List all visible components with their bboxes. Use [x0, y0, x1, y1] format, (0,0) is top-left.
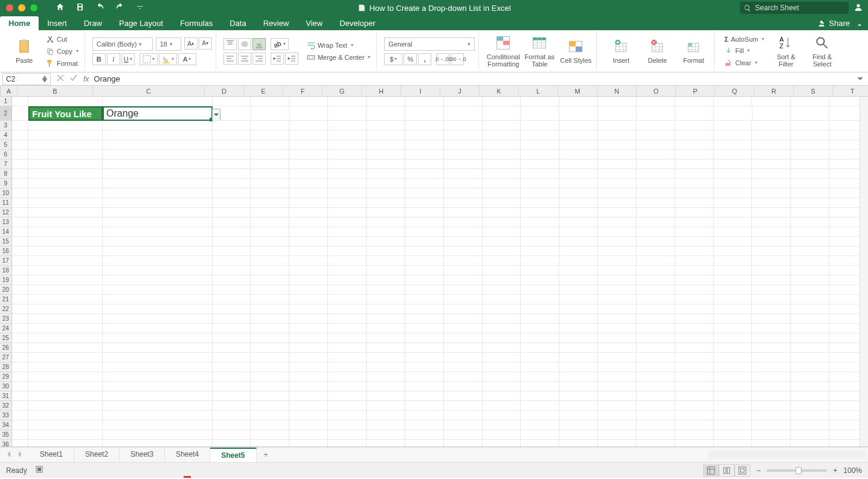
- cell-E11[interactable]: [251, 198, 289, 208]
- cell-Q12[interactable]: [714, 208, 753, 217]
- cell-C30[interactable]: [103, 382, 213, 391]
- cell-M33[interactable]: [559, 411, 598, 420]
- cell-B30[interactable]: [28, 382, 103, 391]
- cell-M16[interactable]: [559, 246, 598, 256]
- cell-C17[interactable]: [103, 256, 213, 266]
- cell-N7[interactable]: [598, 159, 637, 169]
- cell-K35[interactable]: [483, 430, 521, 440]
- cell-P17[interactable]: [675, 256, 714, 266]
- cell-S26[interactable]: [791, 343, 829, 353]
- cell-E15[interactable]: [251, 237, 289, 246]
- number-format-select[interactable]: General▾: [384, 37, 475, 51]
- cell-G14[interactable]: [328, 227, 367, 237]
- cell-B26[interactable]: [28, 343, 103, 353]
- qat-more-icon[interactable]: [135, 2, 144, 13]
- cell-S31[interactable]: [791, 391, 829, 401]
- row-header-34[interactable]: 34: [0, 420, 12, 430]
- cell-P34[interactable]: [675, 420, 714, 430]
- cell-K16[interactable]: [483, 246, 521, 256]
- cell-Q6[interactable]: [714, 150, 753, 159]
- cell-A22[interactable]: [12, 304, 29, 314]
- row-header-18[interactable]: 18: [0, 266, 12, 275]
- row-header-2[interactable]: 2: [0, 106, 12, 121]
- increase-indent-button[interactable]: [285, 53, 298, 65]
- cell-R22[interactable]: [752, 304, 791, 314]
- clear-button[interactable]: Clear▾: [722, 57, 767, 68]
- cell-M25[interactable]: [559, 333, 598, 343]
- cell-I30[interactable]: [405, 382, 444, 391]
- cell-J12[interactable]: [444, 208, 483, 217]
- cell-D8[interactable]: [213, 169, 251, 179]
- cell-L20[interactable]: [521, 285, 559, 295]
- cell-R2[interactable]: [753, 106, 791, 121]
- cell-D10[interactable]: [213, 188, 251, 198]
- search-input[interactable]: [755, 4, 834, 12]
- cell-R4[interactable]: [752, 130, 791, 140]
- cell-J9[interactable]: [444, 179, 483, 188]
- cell-B2[interactable]: Fruit You Like: [28, 106, 103, 121]
- cell-R20[interactable]: [752, 285, 791, 295]
- row-header-3[interactable]: 3: [0, 121, 12, 130]
- cell-E33[interactable]: [251, 411, 289, 420]
- cell-E10[interactable]: [251, 188, 289, 198]
- tab-formulas[interactable]: Formulas: [172, 16, 221, 30]
- align-center-button[interactable]: [238, 53, 251, 65]
- cell-M10[interactable]: [559, 188, 598, 198]
- row-header-21[interactable]: 21: [0, 295, 12, 304]
- cut-button[interactable]: Cut: [43, 34, 81, 45]
- cell-C22[interactable]: [103, 304, 213, 314]
- cell-L32[interactable]: [521, 401, 559, 411]
- cell-P30[interactable]: [675, 382, 714, 391]
- cell-B23[interactable]: [28, 314, 103, 324]
- col-header-L[interactable]: L: [519, 86, 558, 96]
- cell-Q4[interactable]: [714, 130, 753, 140]
- cell-O30[interactable]: [637, 382, 675, 391]
- cell-G19[interactable]: [328, 275, 367, 285]
- cell-A8[interactable]: [12, 169, 29, 179]
- cell-J17[interactable]: [444, 256, 483, 266]
- cell-M1[interactable]: [559, 97, 598, 106]
- cell-A20[interactable]: [12, 285, 29, 295]
- cell-P10[interactable]: [675, 188, 714, 198]
- close-window[interactable]: [6, 4, 13, 11]
- cell-F24[interactable]: [289, 324, 328, 333]
- cell-E5[interactable]: [251, 140, 289, 150]
- cell-E35[interactable]: [251, 430, 289, 440]
- cell-O16[interactable]: [637, 246, 675, 256]
- row-header-35[interactable]: 35: [0, 430, 12, 440]
- cell-I1[interactable]: [405, 97, 444, 106]
- cell-G22[interactable]: [328, 304, 367, 314]
- spreadsheet-grid[interactable]: ABCDEFGHIJKLMNOPQRST 12Fruit You LikeOra…: [0, 86, 868, 447]
- cell-N16[interactable]: [598, 246, 637, 256]
- cell-I16[interactable]: [405, 246, 444, 256]
- cell-G8[interactable]: [328, 169, 367, 179]
- cell-R26[interactable]: [752, 343, 791, 353]
- cell-C11[interactable]: [103, 198, 213, 208]
- cell-L36[interactable]: [521, 440, 559, 447]
- cell-B27[interactable]: [28, 353, 103, 362]
- cell-C2[interactable]: Orange: [103, 106, 213, 121]
- fill-color-button[interactable]: ▾: [159, 53, 177, 65]
- cell-R34[interactable]: [752, 420, 791, 430]
- cell-D13[interactable]: [213, 217, 251, 227]
- cell-L9[interactable]: [521, 179, 559, 188]
- cell-G32[interactable]: [328, 401, 367, 411]
- col-header-Q[interactable]: Q: [715, 86, 754, 96]
- cell-M30[interactable]: [559, 382, 598, 391]
- italic-button[interactable]: I: [107, 53, 120, 65]
- cell-Q28[interactable]: [714, 362, 753, 372]
- col-header-E[interactable]: E: [244, 86, 283, 96]
- cell-H14[interactable]: [367, 227, 405, 237]
- cell-R9[interactable]: [752, 179, 791, 188]
- decrease-decimal-button[interactable]: .00→.0: [451, 53, 464, 65]
- cell-H4[interactable]: [367, 130, 405, 140]
- cell-N35[interactable]: [598, 430, 637, 440]
- redo-icon[interactable]: [115, 2, 124, 13]
- cell-A18[interactable]: [12, 266, 29, 275]
- cell-O11[interactable]: [637, 198, 675, 208]
- cell-A30[interactable]: [12, 382, 29, 391]
- cell-Q13[interactable]: [714, 217, 753, 227]
- cell-L15[interactable]: [521, 237, 559, 246]
- formula-input[interactable]: Orange: [94, 74, 120, 83]
- cell-B7[interactable]: [28, 159, 103, 169]
